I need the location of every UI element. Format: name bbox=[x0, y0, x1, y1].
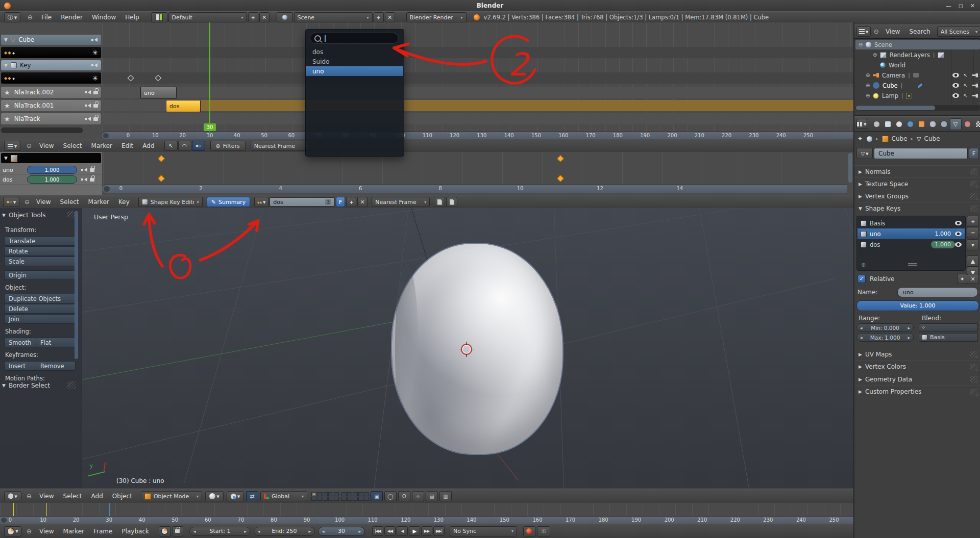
nla-channel-scrollbar[interactable] bbox=[1, 127, 83, 133]
panel-header-normals[interactable]: ▶Normals bbox=[854, 165, 980, 177]
timeline-scrollbar[interactable]: 0102030405060708090100110120130140150160… bbox=[0, 516, 980, 523]
panel-drag-grip[interactable] bbox=[970, 351, 978, 358]
paste-keyframes-button[interactable] bbox=[446, 197, 457, 207]
viewport-3d[interactable]: User Persp(30) Cube : unoy▼Object ToolsT… bbox=[0, 208, 853, 489]
popup-item-uno[interactable]: uno bbox=[306, 66, 403, 76]
step-right-icon[interactable]: ▸ bbox=[908, 325, 910, 330]
playback-range-lock-toggle[interactable] bbox=[159, 526, 171, 536]
layer-toggle[interactable] bbox=[334, 492, 339, 496]
tool-button-join[interactable]: Join bbox=[4, 314, 77, 324]
timeline-grid[interactable] bbox=[0, 503, 980, 516]
nla-channel-nlatrack.001[interactable]: ★NlaTrack.001 bbox=[1, 100, 101, 111]
timeline-menu-marker[interactable]: Marker bbox=[59, 528, 89, 535]
visibility-eye-icon[interactable] bbox=[952, 83, 959, 88]
tool-button-duplicate-objects[interactable]: Duplicate Objects bbox=[4, 294, 77, 303]
new-action-button[interactable]: ＋ bbox=[346, 197, 356, 207]
outliner-filter-selector[interactable]: All Scenes▾ bbox=[937, 27, 980, 37]
add-scene-button[interactable]: ＋ bbox=[374, 12, 384, 22]
remove-shape-key-button[interactable]: − bbox=[967, 227, 979, 238]
collapse-menus-icon[interactable]: ⊖ bbox=[27, 493, 32, 500]
step-right-icon[interactable]: ▸ bbox=[308, 529, 311, 534]
relative-checkbox[interactable]: ✓ bbox=[857, 275, 866, 283]
keyframe-diamonds-toggle[interactable]: ◆◇ bbox=[192, 141, 205, 151]
expand-plus-icon[interactable]: ⊕ bbox=[866, 93, 873, 98]
pivot-selector[interactable]: ▾ bbox=[227, 491, 244, 501]
expand-triangle-icon[interactable]: ▼ bbox=[4, 63, 8, 68]
dopesheet-v-scrollbar[interactable] bbox=[848, 153, 852, 183]
panel-drag-grip[interactable] bbox=[970, 364, 978, 371]
dopesheet-keyframe-area[interactable] bbox=[102, 152, 847, 185]
outliner-item-label[interactable]: Lamp bbox=[882, 92, 898, 99]
visibility-eye-icon[interactable] bbox=[952, 73, 959, 78]
nla-menu-add[interactable]: Add bbox=[138, 142, 159, 149]
mode-selector[interactable]: Object Mode▾ bbox=[141, 491, 202, 501]
panel-header-texture-space[interactable]: ▶Texture Space bbox=[854, 177, 980, 190]
breadcrumb-data-label[interactable]: Cube bbox=[924, 135, 940, 142]
visibility-eye-icon[interactable] bbox=[955, 232, 962, 236]
editor-type-selector-properties[interactable]: ▾ bbox=[856, 119, 867, 129]
info-menu-file[interactable]: File bbox=[37, 14, 56, 21]
view3d-menu-object[interactable]: Object bbox=[108, 493, 137, 500]
min-range-field[interactable]: ◂Min: 0.000▸ bbox=[856, 323, 914, 332]
panel-header-uv-maps[interactable]: ▶UV Maps bbox=[854, 348, 980, 360]
shape-key-row-dos[interactable]: dos1.000 bbox=[857, 239, 965, 250]
add-layout-button[interactable]: ＋ bbox=[248, 12, 258, 22]
layer-toggle[interactable] bbox=[347, 492, 352, 496]
properties-tab-material[interactable] bbox=[962, 119, 973, 130]
visibility-eye-icon[interactable] bbox=[955, 242, 962, 247]
channel-value-slider[interactable]: 1.000 bbox=[27, 166, 77, 174]
scene-browse-button[interactable] bbox=[277, 12, 293, 22]
dopesheet-keyframe[interactable] bbox=[158, 175, 165, 182]
record-button[interactable] bbox=[523, 526, 535, 536]
layer-toggle[interactable] bbox=[347, 497, 352, 501]
pin-icon[interactable]: ✦ bbox=[857, 135, 863, 142]
end-frame-field[interactable]: ◂End: 250▸ bbox=[254, 527, 315, 536]
render-opengl-button[interactable]: ▤ bbox=[426, 491, 438, 501]
expand-plus-icon[interactable]: ⊕ bbox=[866, 72, 873, 78]
datablock-name-field[interactable]: Cube bbox=[874, 148, 968, 159]
layer-toggle[interactable] bbox=[317, 497, 322, 501]
outliner-row-renderlayers[interactable]: ⊕RenderLayers| bbox=[855, 50, 980, 60]
collapse-menus-icon[interactable]: ⊖ bbox=[874, 28, 879, 35]
lock-open-icon[interactable] bbox=[90, 178, 94, 182]
list-resize-grip[interactable] bbox=[908, 263, 917, 264]
properties-tab-world[interactable] bbox=[905, 119, 916, 130]
current-frame-field[interactable]: ◂30▸ bbox=[318, 527, 365, 536]
layer-toggle[interactable] bbox=[341, 497, 347, 501]
speaker-icon[interactable] bbox=[91, 63, 98, 68]
speaker-icon[interactable] bbox=[81, 167, 88, 173]
editor-type-selector-dopesheet[interactable]: ◆◇▾ bbox=[3, 197, 19, 207]
view3d-menu-select[interactable]: Select bbox=[59, 493, 87, 500]
shape-key-row-uno[interactable]: uno1.000 bbox=[857, 228, 965, 239]
speaker-icon[interactable] bbox=[85, 116, 91, 122]
panel-drag-grip[interactable] bbox=[970, 181, 978, 188]
scene-selector[interactable]: Scene▾ bbox=[294, 12, 373, 22]
renderability-camera-icon[interactable] bbox=[972, 73, 978, 78]
dopesheet-channel-dos[interactable]: dos1.000 bbox=[0, 175, 102, 185]
layer-toggle[interactable] bbox=[311, 492, 316, 496]
mesh-object-cube[interactable] bbox=[392, 244, 562, 454]
dopesheet-keyframe[interactable] bbox=[557, 155, 564, 162]
manipulator-toggle[interactable]: ⇄ bbox=[246, 491, 258, 501]
nla-strip-uno[interactable]: uno bbox=[140, 87, 177, 99]
properties-tab-texture[interactable] bbox=[973, 119, 980, 130]
track-star-icon[interactable]: ★ bbox=[4, 103, 10, 109]
nla-strip-dos[interactable]: dos bbox=[166, 100, 201, 112]
shape-key-row-Basis[interactable]: Basis bbox=[857, 218, 965, 228]
tool-button-rotate[interactable]: Rotate bbox=[4, 246, 77, 256]
nla-channel-nlatrack.002[interactable]: ★NlaTrack.002 bbox=[1, 87, 101, 98]
panel-header-custom-properties[interactable]: ▶Custom Properties bbox=[854, 386, 980, 398]
dopesheet-timeline-scrollbar[interactable]: -202468101214 bbox=[102, 185, 847, 193]
lock-open-icon[interactable] bbox=[93, 104, 98, 108]
jump-to-start-button[interactable]: |◀◀ bbox=[372, 526, 383, 536]
step-right-icon[interactable]: ▸ bbox=[908, 335, 910, 340]
action-name-field[interactable]: dos3 bbox=[270, 197, 335, 207]
nla-playhead-line[interactable] bbox=[209, 22, 210, 132]
outliner-menu-search[interactable]: Search bbox=[904, 28, 935, 35]
viewport-shading-selector[interactable]: ▾ bbox=[205, 491, 224, 501]
prev-keyframe-button[interactable]: ◀◀ bbox=[384, 526, 396, 536]
dopesheet-snap-selector[interactable]: Nearest Frame▾ bbox=[372, 197, 430, 207]
layer-toggle[interactable] bbox=[358, 492, 363, 496]
orientation-selector[interactable]: Global▾ bbox=[260, 491, 307, 501]
selectability-arrow-icon[interactable]: ↖ bbox=[964, 93, 968, 98]
